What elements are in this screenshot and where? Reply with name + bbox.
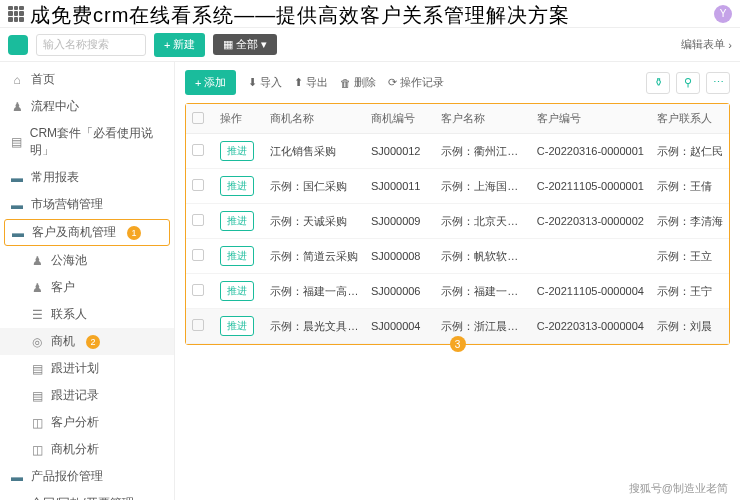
cell-customer: 示例：衢州江化集团 <box>435 134 531 169</box>
sidebar-item[interactable]: ▬产品报价管理 <box>0 463 174 490</box>
sidebar-item[interactable]: ◎商机2 <box>0 328 174 355</box>
tab-all[interactable]: ▦全部▾ <box>213 34 277 55</box>
new-button[interactable]: +新建 <box>154 33 205 57</box>
download-icon: ⬇ <box>248 76 257 89</box>
checkbox[interactable] <box>192 319 204 331</box>
sidebar-item[interactable]: ▬市场营销管理 <box>0 191 174 218</box>
cell-name: 示例：晨光文具设备... <box>264 309 365 344</box>
log-button[interactable]: ⟳操作记录 <box>388 75 444 90</box>
table-row[interactable]: 推进 示例：天诚采购 SJ000009 示例：北京天诚软件... C-20220… <box>186 204 729 239</box>
delete-button[interactable]: 🗑删除 <box>340 75 376 90</box>
sidebar-item[interactable]: ♟客户 <box>0 274 174 301</box>
sidebar-item[interactable]: ☰联系人 <box>0 301 174 328</box>
sub-bar: 输入名称搜索 +新建 ▦全部▾ 编辑表单› <box>0 28 740 62</box>
sidebar-item[interactable]: ▬客户及商机管理1 <box>4 219 170 246</box>
cell-name: 示例：国仁采购 <box>264 169 365 204</box>
sidebar-item[interactable]: ▬常用报表 <box>0 164 174 191</box>
search-icon: ⚲ <box>684 76 692 89</box>
column-header[interactable]: 客户名称 <box>435 104 531 134</box>
sidebar-item-label: 商机 <box>51 333 75 350</box>
table-row[interactable]: 推进 示例：简道云采购 SJ000008 示例：帆软软件有限公司 示例：王立 <box>186 239 729 274</box>
import-button[interactable]: ⬇导入 <box>248 75 282 90</box>
contact-icon: ☰ <box>30 308 44 322</box>
cell-contact: 示例：王宁 <box>651 274 729 309</box>
column-header[interactable]: 操作 <box>214 104 264 134</box>
sidebar-item[interactable]: ♟公海池 <box>0 247 174 274</box>
push-button[interactable]: 推进 <box>220 281 254 301</box>
cell-code: SJ000009 <box>365 204 435 239</box>
cell-customer: 示例：北京天诚软件... <box>435 204 531 239</box>
cell-code: SJ000008 <box>365 239 435 274</box>
search-button[interactable]: ⚲ <box>676 72 700 94</box>
sidebar-item-label: 跟进记录 <box>51 387 99 404</box>
clock-icon: ⟳ <box>388 76 397 89</box>
sidebar-item-label: 公海池 <box>51 252 87 269</box>
checkbox-all[interactable] <box>192 112 204 124</box>
avatar[interactable]: Y <box>714 5 732 23</box>
add-button[interactable]: +添加 <box>185 70 236 95</box>
push-button[interactable]: 推进 <box>220 176 254 196</box>
chart-icon: ◫ <box>30 443 44 457</box>
home-icon: ⌂ <box>10 73 24 87</box>
footer-credit: 搜狐号@制造业老简 <box>629 481 728 496</box>
search-input[interactable]: 输入名称搜索 <box>36 34 146 56</box>
push-button[interactable]: 推进 <box>220 141 254 161</box>
table-wrap: 操作商机名称商机编号客户名称客户编号客户联系人 推进 江化销售采购 SJ0000… <box>185 103 730 345</box>
upload-icon: ⬆ <box>294 76 303 89</box>
sidebar-item-label: 市场营销管理 <box>31 196 103 213</box>
plan-icon: ▤ <box>30 362 44 376</box>
annotation-badge: 1 <box>127 226 141 240</box>
apps-icon[interactable] <box>8 6 24 22</box>
more-button[interactable]: ⋯ <box>706 72 730 94</box>
table-row[interactable]: 推进 江化销售采购 SJ000012 示例：衢州江化集团 C-20220316-… <box>186 134 729 169</box>
filter-button[interactable]: ⚱ <box>646 72 670 94</box>
push-button[interactable]: 推进 <box>220 211 254 231</box>
cell-code: SJ000012 <box>365 134 435 169</box>
checkbox[interactable] <box>192 144 204 156</box>
chart-icon: ◫ <box>30 416 44 430</box>
checkbox[interactable] <box>192 284 204 296</box>
sidebar-item[interactable]: ▬合同/回款/开票管理 <box>0 490 174 500</box>
push-button[interactable]: 推进 <box>220 316 254 336</box>
sidebar-item-label: 首页 <box>31 71 55 88</box>
annotation-badge: 2 <box>86 335 100 349</box>
annotation-badge-3: 3 <box>450 336 466 352</box>
cell-contact: 示例：李清海 <box>651 204 729 239</box>
chevron-down-icon: ▾ <box>261 38 267 51</box>
dots-icon: ⋯ <box>713 76 724 89</box>
checkbox[interactable] <box>192 214 204 226</box>
sidebar-item-label: 客户 <box>51 279 75 296</box>
checkbox[interactable] <box>192 249 204 261</box>
flow-icon: ♟ <box>10 100 24 114</box>
cell-contact: 示例：王倩 <box>651 169 729 204</box>
filter-icon: ⚱ <box>654 76 663 89</box>
cell-contact: 示例：赵仁民 <box>651 134 729 169</box>
sidebar-item-label: 流程中心 <box>31 98 79 115</box>
plus-icon: + <box>164 39 170 51</box>
sidebar-item[interactable]: ◫商机分析 <box>0 436 174 463</box>
column-header[interactable]: 商机编号 <box>365 104 435 134</box>
sidebar-item[interactable]: ▤CRM套件「必看使用说明」 <box>0 120 174 164</box>
cell-customer-code: C-20220316-0000001 <box>531 134 651 169</box>
user-icon: ♟ <box>30 281 44 295</box>
export-button[interactable]: ⬆导出 <box>294 75 328 90</box>
table-row[interactable]: 推进 示例：国仁采购 SJ000011 示例：上海国仁有限... C-20211… <box>186 169 729 204</box>
sidebar-item[interactable]: ♟流程中心 <box>0 93 174 120</box>
push-button[interactable]: 推进 <box>220 246 254 266</box>
cell-customer-code: C-20220313-0000002 <box>531 204 651 239</box>
column-header[interactable]: 商机名称 <box>264 104 365 134</box>
edit-form-button[interactable]: 编辑表单› <box>681 37 732 52</box>
column-header[interactable]: 客户编号 <box>531 104 651 134</box>
sidebar-item[interactable]: ◫客户分析 <box>0 409 174 436</box>
cell-name: 示例：福建一高3月订单 <box>264 274 365 309</box>
sidebar-item[interactable]: ⌂首页 <box>0 66 174 93</box>
table-row[interactable]: 推进 示例：福建一高3月订单 SJ000006 示例：福建一高集团 C-2021… <box>186 274 729 309</box>
sidebar-item-label: 跟进计划 <box>51 360 99 377</box>
cell-customer: 示例：浙江晨光文具... <box>435 309 531 344</box>
app-logo-icon <box>8 35 28 55</box>
column-header[interactable]: 客户联系人 <box>651 104 729 134</box>
record-icon: ▤ <box>30 389 44 403</box>
checkbox[interactable] <box>192 179 204 191</box>
sidebar-item[interactable]: ▤跟进计划 <box>0 355 174 382</box>
sidebar-item[interactable]: ▤跟进记录 <box>0 382 174 409</box>
